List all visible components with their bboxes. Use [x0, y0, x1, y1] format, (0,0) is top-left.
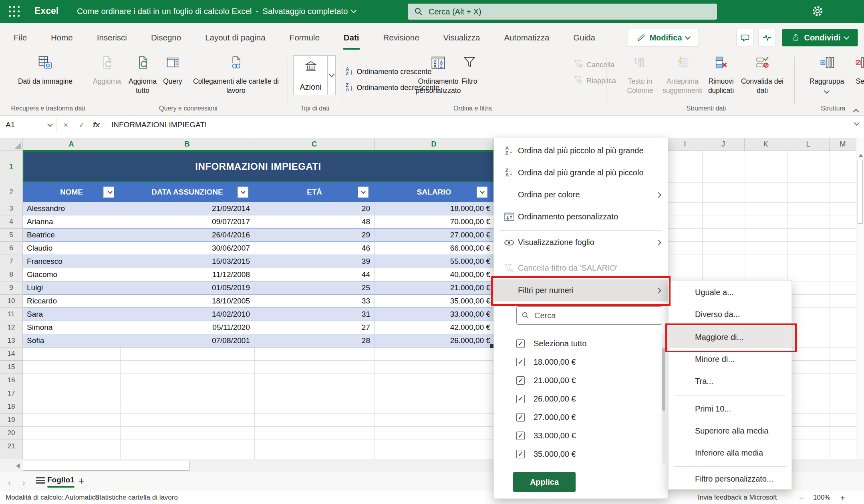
checked-checkbox-icon[interactable] — [516, 395, 525, 403]
column-header-l[interactable]: L — [787, 138, 830, 151]
cell-eta[interactable]: 29 — [254, 229, 375, 241]
row-header[interactable]: 6 — [0, 242, 22, 255]
cell-data-assunzione[interactable]: 15/03/2015 — [120, 255, 254, 268]
cell-eta[interactable]: 28 — [254, 334, 375, 347]
testo-in-colonne-button[interactable]: Testo in Colonne — [620, 55, 660, 95]
cell-data-assunzione[interactable]: 18/10/2005 — [120, 295, 254, 307]
aggiorna-button[interactable]: Aggiorna — [91, 55, 123, 86]
submenu-superiore-alla-media[interactable]: Superiore alla media — [669, 420, 791, 442]
vertical-scrollbar[interactable] — [856, 138, 864, 459]
cell-data-assunzione[interactable]: 26/04/2016 — [120, 229, 254, 241]
cell-eta[interactable]: 39 — [254, 255, 375, 268]
cell-eta[interactable]: 33 — [254, 295, 375, 307]
next-sheet-chevron-icon[interactable]: › — [22, 478, 25, 487]
filter-value-row[interactable]: 35.000,00 € — [494, 445, 662, 463]
cell-data-assunzione[interactable]: 01/05/2019 — [120, 281, 254, 294]
activity-button[interactable] — [758, 29, 776, 46]
cell-salario[interactable]: 70.000,00 € — [375, 215, 493, 228]
row-header-1[interactable]: 1 — [0, 151, 22, 182]
row-header[interactable]: 11 — [0, 308, 22, 321]
menu-sort-largest-smallest[interactable]: ZA↓ Ordina dal più grande al più piccolo — [494, 162, 668, 184]
column-header-b[interactable]: B — [120, 138, 254, 151]
data-assunzione-filter-button[interactable] — [238, 187, 248, 198]
dati-da-immagine-button[interactable]: Dati da immagine — [15, 55, 75, 86]
tab-revisione[interactable]: Revisione — [383, 31, 420, 44]
cell-nome[interactable]: Beatrice — [23, 229, 120, 241]
name-box[interactable]: A1 — [6, 116, 15, 134]
cell-nome[interactable]: Giacomo — [23, 268, 120, 281]
aggiorna-tutto-button[interactable]: Aggiorna tutto — [125, 55, 160, 95]
fx-insert-function-button[interactable]: fx — [93, 116, 100, 134]
prev-sheet-chevron-icon[interactable]: ‹ — [8, 478, 11, 487]
column-header-a[interactable]: A — [23, 138, 120, 151]
header-cell-data-assunzione[interactable]: DATA ASSUNZIONE — [120, 182, 254, 202]
zoom-out-button[interactable]: − — [799, 494, 804, 503]
filter-search-box[interactable] — [516, 306, 662, 325]
sheet-tab-foglio1[interactable]: Foglio1 — [47, 476, 75, 484]
raggruppa-button[interactable]: Raggruppa — [808, 55, 845, 95]
tab-visualizza[interactable]: Visualizza — [443, 31, 481, 44]
column-header-c[interactable]: C — [254, 138, 375, 151]
row-header[interactable]: 12 — [0, 321, 22, 334]
row-header[interactable]: 17 — [0, 387, 22, 400]
filter-value-row[interactable]: 33.000,00 € — [494, 426, 662, 445]
row-header[interactable]: 4 — [0, 215, 22, 229]
title-chevron-down-icon[interactable] — [351, 8, 356, 13]
select-all-corner[interactable] — [0, 138, 23, 151]
modifica-mode-button[interactable]: Modifica — [628, 29, 699, 46]
ordinamento-personalizzato-button[interactable]: ZAAZ Ordinamento personalizzato — [415, 55, 461, 95]
app-name[interactable]: Excel — [34, 6, 58, 16]
menu-sort-smallest-largest[interactable]: AZ↓ Ordina dal più piccolo al più grande — [494, 140, 668, 162]
checked-checkbox-icon[interactable] — [516, 339, 525, 348]
cell-data-assunzione[interactable]: 05/11/2020 — [120, 321, 254, 334]
cell-data-assunzione[interactable]: 30/06/2007 — [120, 242, 254, 255]
column-header-j[interactable]: J — [702, 138, 745, 151]
filter-list-scrollbar-thumb[interactable] — [662, 347, 665, 411]
eta-filter-button[interactable] — [358, 187, 369, 198]
apply-filter-button[interactable]: Applica — [513, 472, 576, 492]
menu-sort-by-color[interactable]: Ordina per colore — [494, 184, 668, 206]
row-header-2[interactable]: 2 — [0, 182, 22, 202]
cell-nome[interactable]: Claudio — [23, 242, 120, 255]
filter-search-input[interactable] — [534, 311, 647, 321]
cell-nome[interactable]: Sara — [23, 308, 120, 321]
filter-value-row[interactable]: 18.000,00 € — [494, 353, 662, 371]
azioni-gallery[interactable]: Azioni — [293, 55, 336, 95]
row-header[interactable]: 20 — [0, 427, 22, 440]
checked-checkbox-icon[interactable] — [516, 376, 525, 385]
zoom-in-button[interactable]: + — [840, 494, 845, 503]
cell-salario[interactable]: 40.000,00 € — [375, 268, 493, 281]
submenu-inferiore-alla-media[interactable]: Inferiore alla media — [669, 442, 791, 464]
header-cell-eta[interactable]: ETÀ — [254, 182, 375, 202]
row-header[interactable]: 3 — [0, 202, 22, 215]
cell-salario[interactable]: 21.000,00 € — [375, 281, 493, 294]
column-header-m[interactable]: M — [830, 138, 856, 151]
cell-salario[interactable]: 55.000,00 € — [375, 255, 493, 268]
cell-data-assunzione[interactable]: 21/09/2014 — [120, 202, 254, 215]
anteprima-suggerimenti-button[interactable]: Anteprima suggerimenti — [661, 55, 704, 95]
riapplica-button[interactable]: Riapplica — [574, 75, 616, 87]
cell-eta[interactable]: 25 — [254, 281, 375, 294]
document-title[interactable]: Come ordinare i dati in un foglio di cal… — [77, 6, 356, 16]
submenu-tra[interactable]: Tra... — [669, 370, 791, 392]
filter-value-row[interactable]: 26.000,00 € — [494, 390, 662, 408]
cell-nome[interactable]: Riccardo — [23, 295, 120, 307]
row-header[interactable]: 16 — [0, 374, 22, 387]
nome-filter-sorted-button[interactable]: ↑ — [103, 187, 114, 198]
menu-clear-filter[interactable]: Cancella filtro da 'SALARIO' — [494, 257, 668, 279]
query-button[interactable]: Query — [161, 55, 184, 86]
row-header[interactable]: 5 — [0, 229, 22, 242]
expand-formula-bar-chevron-icon[interactable] — [854, 120, 860, 126]
name-box-chevron-icon[interactable] — [47, 121, 53, 127]
row-header[interactable]: 21 — [0, 440, 22, 453]
cell-salario[interactable]: 18.000,00 € — [375, 202, 493, 215]
checked-checkbox-icon[interactable] — [516, 450, 525, 458]
cancel-entry-button[interactable]: × — [63, 116, 68, 134]
cell-eta[interactable]: 48 — [254, 215, 375, 228]
row-header[interactable]: 18 — [0, 400, 22, 414]
cell-data-assunzione[interactable]: 14/02/2010 — [120, 308, 254, 321]
convalida-dei-dati-button[interactable]: Convalida dei dati — [739, 55, 785, 95]
calc-mode-status[interactable]: Modalità di calcolo: Automatico — [6, 494, 99, 502]
cell-data-assunzione[interactable]: 09/07/2017 — [120, 215, 254, 228]
add-sheet-button[interactable]: + — [79, 475, 85, 487]
